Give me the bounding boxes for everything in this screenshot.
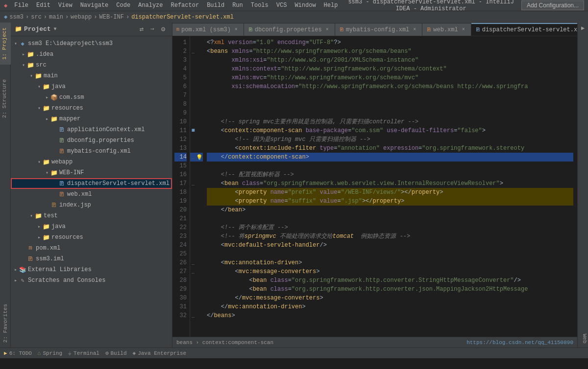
tree-item-test[interactable]: ▾ 📁 test — [11, 210, 172, 221]
menu-vcs[interactable]: VCS — [273, 1, 290, 10]
gutter-extra-2 — [196, 47, 203, 56]
menu-build[interactable]: Build — [204, 1, 227, 10]
breadcrumb-part-5[interactable]: dispatcherServlet-servlet.xml — [131, 14, 234, 21]
tree-item-webxml[interactable]: 🖹 web.xml — [11, 189, 172, 200]
tree-label-com-ssm: com.ssm — [59, 94, 84, 101]
project-icon: ◆ — [4, 13, 7, 21]
tree-item-com-ssm[interactable]: ▸ 📦 com.ssm — [11, 92, 172, 103]
tree-item-java[interactable]: ▾ 📁 java — [11, 81, 172, 92]
breadcrumb-part-2[interactable]: main — [49, 14, 63, 21]
package-icon-com-ssm: 📦 — [50, 94, 58, 101]
menu-bar: ◆ File Edit View Navigate Code Analyze R… — [0, 0, 588, 11]
gutter-10 — [190, 117, 196, 126]
tree-item-resources[interactable]: ▾ 📁 resources — [11, 103, 172, 114]
status-enterprise[interactable]: ◈ Java Enterprise — [133, 350, 187, 356]
tab-dbconfig[interactable]: 🖹 dbconfig.properties × — [244, 23, 335, 36]
tree-item-ssm3iml[interactable]: 🖹 ssm3.iml — [11, 254, 172, 264]
gutter-23 — [190, 232, 196, 241]
tree-item-pomxml[interactable]: m pom.xml — [11, 243, 172, 254]
gutter-fold-2[interactable]: ⎯ — [190, 47, 196, 56]
gutter-fold-17[interactable]: ⎯ — [190, 179, 196, 188]
code-line-14: </context:component-scan> — [207, 153, 573, 161]
tree-item-mybatis[interactable]: 🖹 mybatis-config.xml — [11, 146, 172, 157]
right-panel-button[interactable]: ▶ — [578, 23, 588, 33]
menu-run[interactable]: Run — [229, 1, 246, 10]
tab-close-pomxml[interactable]: × — [233, 26, 240, 33]
tree-item-applicationcontext[interactable]: 🖹 applicationContext.xml — [11, 124, 172, 135]
tree-item-ssm3[interactable]: ▾ ◆ ssm3 E:\ideaproject\ssm3 — [11, 38, 172, 49]
status-todo[interactable]: ▶ 6: TODO — [4, 350, 32, 356]
tree-item-external-libs[interactable]: ▸ 📚 External Libraries — [11, 264, 172, 275]
sidebar-settings-button[interactable]: ⚙ — [158, 24, 168, 34]
sidebar-folder-icon: 📁 — [15, 25, 22, 33]
menu-window[interactable]: Window — [292, 1, 318, 10]
folder-icon-test: 📁 — [34, 212, 42, 220]
menu-tools[interactable]: Tools — [248, 1, 271, 10]
tree-label-ssm3iml: ssm3.iml — [36, 255, 64, 262]
left-tab-favorites[interactable]: 2: Favorites — [1, 299, 10, 347]
gutter-extra-13 — [196, 144, 203, 153]
tree-item-scratches[interactable]: ▸ ✎ Scratches and Consoles — [11, 275, 172, 286]
status-terminal[interactable]: ⏚ Terminal — [68, 350, 99, 356]
tree-item-mapper[interactable]: ▸ 📁 mapper — [11, 114, 172, 124]
menu-help[interactable]: Help — [321, 1, 341, 10]
folder-icon-test-java: 📁 — [42, 223, 50, 231]
pi-xml: xml — [214, 38, 224, 47]
tree-item-dispatcherservlet[interactable]: 🖹 dispatcherServlet-servlet.xml — [11, 178, 172, 189]
tree-label-external-libs: External Libraries — [28, 266, 92, 273]
menu-code[interactable]: Code — [113, 1, 133, 10]
tree-item-webinf[interactable]: ▾ 📁 WEB-INF — [11, 167, 172, 178]
tab-mybatis[interactable]: 🖹 mybatis-config.xml × — [335, 23, 423, 36]
editor-gutter-extra: 💡 — [196, 36, 203, 337]
gutter-fold-26[interactable]: ⎯ — [190, 258, 196, 267]
right-tab-web[interactable]: Web — [578, 330, 588, 347]
gutter-fold-27[interactable]: ⎯ — [190, 267, 196, 276]
tree-arrow-external-libs: ▸ — [13, 267, 19, 273]
gutter-6 — [190, 82, 196, 91]
menu-analyze[interactable]: Analyze — [135, 1, 166, 10]
gutter-bulb-14[interactable]: 💡 — [196, 153, 203, 161]
spring-label: Spring — [43, 350, 62, 356]
tree-label-java: java — [51, 83, 66, 90]
tree-item-main[interactable]: ▾ 📁 main — [11, 70, 172, 81]
collapse-all-button[interactable]: ⇄ — [137, 24, 147, 34]
tab-webxml[interactable]: 🖹 web.xml × — [422, 23, 471, 36]
gutter-fold-32[interactable]: ⎯ — [190, 311, 196, 320]
menu-view[interactable]: View — [55, 1, 75, 10]
menu-navigate[interactable]: Navigate — [77, 1, 112, 10]
status-spring[interactable]: ♺ Spring — [38, 350, 62, 356]
tree-item-indexjsp[interactable]: 🖹 index.jsp — [11, 200, 172, 210]
breadcrumb-part-3[interactable]: webapp — [71, 14, 92, 21]
menu-file[interactable]: File — [11, 1, 31, 10]
status-build[interactable]: ⚙ Build — [105, 350, 127, 356]
tree-item-src[interactable]: ▾ 📁 src — [11, 60, 172, 70]
menu-edit[interactable]: Edit — [33, 1, 53, 10]
gutter-28 — [190, 276, 196, 285]
tab-dispatcher[interactable]: 🖹 dispatcherServlet-servlet.xml × — [471, 23, 577, 36]
left-tab-structure[interactable]: 2: Structure — [0, 74, 11, 123]
editor-tab-bar: m pom.xml (ssm3) × 🖹 dbconfig.properties… — [172, 23, 577, 36]
left-tab-project[interactable]: 1: Project — [0, 23, 11, 65]
scroll-to-file-button[interactable]: ➙ — [147, 24, 157, 34]
tab-close-mybatis[interactable]: × — [411, 26, 418, 33]
tab-close-dbconfig[interactable]: × — [324, 26, 331, 33]
tree-item-test-java[interactable]: ▸ 📁 java — [11, 221, 172, 232]
xml-icon-webxml: 🖹 — [58, 191, 66, 198]
tree-item-dbconfig[interactable]: 🖹 dbconfig.properties — [11, 135, 172, 146]
tree-item-webapp[interactable]: ▾ 📁 webapp — [11, 157, 172, 167]
breadcrumb-part-4[interactable]: WEB-INF — [99, 14, 124, 21]
gutter-extra-7 — [196, 91, 203, 100]
menu-refactor[interactable]: Refactor — [168, 1, 202, 10]
breadcrumb-part-0[interactable]: ssm3 — [9, 14, 24, 21]
breadcrumb-part-1[interactable]: src — [31, 14, 42, 21]
bottom-url[interactable]: https://blog.csdn.net/qq_41150890 — [466, 340, 573, 346]
gutter-bookmark-11[interactable]: ■ — [190, 126, 196, 135]
tab-close-webxml[interactable]: × — [460, 26, 467, 33]
tree-item-test-resources[interactable]: ▸ 📁 resources — [11, 232, 172, 243]
gutter-fold-14[interactable]: ⎯ — [190, 153, 196, 161]
tree-item-idea[interactable]: ▸ 📁 .idea — [11, 49, 172, 60]
code-content[interactable]: <?xml version="1.0" encoding="UTF-8"?> <… — [203, 36, 577, 337]
tab-pomxml[interactable]: m pom.xml (ssm3) × — [172, 23, 244, 36]
gutter-4 — [190, 65, 196, 73]
add-configuration-button[interactable]: Add Configuration... — [521, 0, 584, 10]
